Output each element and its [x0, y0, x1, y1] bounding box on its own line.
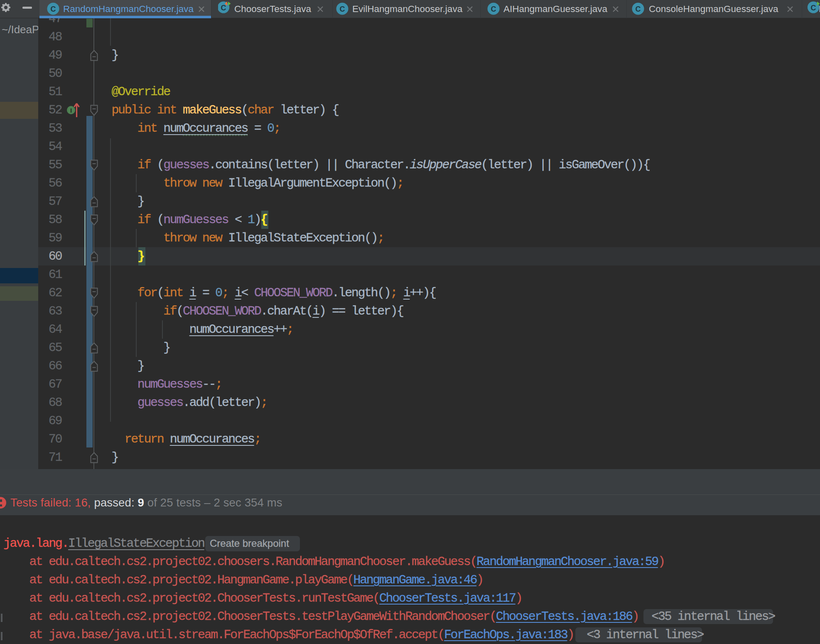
- svg-text:I: I: [70, 107, 72, 114]
- svg-text:C: C: [340, 5, 345, 13]
- svg-text:C: C: [51, 5, 56, 13]
- svg-text:C: C: [221, 4, 226, 12]
- svg-text:C: C: [636, 5, 641, 13]
- svg-text:C: C: [491, 5, 496, 13]
- svg-text:C: C: [811, 4, 816, 12]
